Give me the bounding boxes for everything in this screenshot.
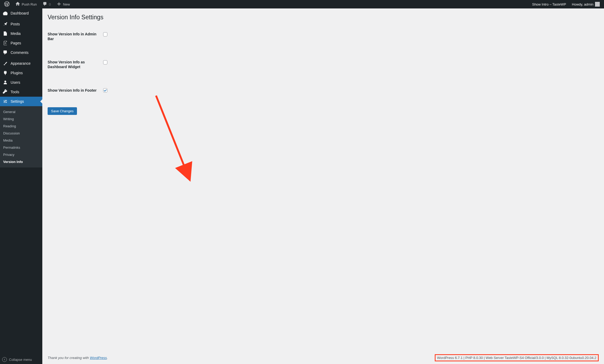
form-row-admin-bar: Show Version Info in Admin Bar bbox=[48, 28, 599, 45]
sidebar-item-tools[interactable]: Tools bbox=[0, 87, 42, 97]
wordpress-logo-icon bbox=[4, 1, 10, 7]
sidebar-item-label: Dashboard bbox=[11, 11, 29, 15]
field-label-admin-bar: Show Version Info in Admin Bar bbox=[48, 28, 100, 45]
field-label-dashboard-widget: Show Version Info as Dashboard Widget bbox=[48, 56, 100, 73]
field-input-dashboard-widget bbox=[100, 56, 110, 68]
dashboard-icon bbox=[3, 11, 8, 16]
form-row-dashboard-widget: Show Version Info as Dashboard Widget bbox=[48, 56, 599, 73]
comments-count: 0 bbox=[49, 2, 51, 6]
form-row-footer: Show Version Info in Footer bbox=[48, 84, 599, 97]
submenu-item-discussion[interactable]: Discussion bbox=[0, 130, 42, 137]
checkbox-dashboard-widget[interactable] bbox=[103, 60, 107, 64]
sidebar-item-comments[interactable]: Comments bbox=[0, 48, 42, 57]
show-intro-link[interactable]: Show Intro – TasteWP bbox=[530, 0, 568, 8]
admin-sidebar: Dashboard Posts Media Pages Comments App… bbox=[0, 8, 42, 364]
sliders-icon bbox=[3, 99, 8, 104]
footer-thank-you: Thank you for creating with WordPress. bbox=[48, 356, 108, 360]
site-name-menu[interactable]: Push Run bbox=[13, 0, 39, 8]
plug-icon bbox=[3, 70, 8, 76]
collapse-menu-button[interactable]: Collapse menu bbox=[0, 355, 42, 364]
user-icon bbox=[3, 80, 8, 85]
submenu-item-permalinks[interactable]: Permalinks bbox=[0, 144, 42, 151]
sidebar-item-label: Posts bbox=[11, 22, 20, 26]
collapse-label: Collapse menu bbox=[9, 358, 32, 362]
content-area: Version Info Settings Show Version Info … bbox=[42, 8, 604, 364]
field-label-footer: Show Version Info in Footer bbox=[48, 84, 100, 97]
new-content-menu[interactable]: New bbox=[54, 0, 72, 8]
submenu-item-reading[interactable]: Reading bbox=[0, 123, 42, 130]
page-title: Version Info Settings bbox=[48, 11, 599, 22]
settings-submenu: General Writing Reading Discussion Media… bbox=[0, 106, 42, 167]
sidebar-item-users[interactable]: Users bbox=[0, 78, 42, 87]
sidebar-item-label: Media bbox=[11, 31, 21, 36]
submenu-item-version-info[interactable]: Version Info bbox=[0, 158, 42, 165]
content-inner: Version Info Settings Show Version Info … bbox=[42, 8, 604, 352]
form-submit-row: Save Changes bbox=[48, 107, 599, 115]
sidebar-item-label: Plugins bbox=[11, 71, 23, 75]
footer-suffix: . bbox=[107, 356, 108, 360]
field-input-footer bbox=[100, 84, 110, 97]
comment-icon bbox=[43, 2, 47, 7]
plus-icon bbox=[57, 2, 61, 7]
sidebar-item-posts[interactable]: Posts bbox=[0, 19, 42, 29]
admin-bar-left: Push Run 0 New bbox=[2, 0, 72, 8]
sidebar-item-plugins[interactable]: Plugins bbox=[0, 68, 42, 78]
collapse-icon bbox=[2, 357, 7, 362]
admin-bar-right: Show Intro – TasteWP Howdy, admin bbox=[530, 0, 602, 8]
sidebar-item-settings[interactable]: Settings bbox=[0, 97, 42, 106]
admin-bar: Push Run 0 New Show Intro – TasteWP Howd… bbox=[0, 0, 604, 8]
submenu-item-writing[interactable]: Writing bbox=[0, 115, 42, 123]
new-label: New bbox=[63, 2, 70, 6]
submenu-item-general[interactable]: General bbox=[0, 108, 42, 115]
site-name-label: Push Run bbox=[22, 2, 37, 6]
submenu-item-media[interactable]: Media bbox=[0, 137, 42, 144]
brush-icon bbox=[3, 61, 8, 66]
wp-logo-menu[interactable] bbox=[2, 0, 12, 8]
wrench-icon bbox=[3, 89, 8, 95]
my-account-menu[interactable]: Howdy, admin bbox=[570, 0, 602, 8]
footer-prefix: Thank you for creating with bbox=[48, 356, 90, 360]
wordpress-link[interactable]: WordPress bbox=[90, 356, 107, 360]
show-intro-label: Show Intro – TasteWP bbox=[532, 2, 566, 6]
sidebar-item-label: Pages bbox=[11, 41, 21, 45]
sidebar-item-label: Settings bbox=[11, 99, 24, 104]
avatar-icon bbox=[595, 2, 600, 7]
footer-version-info: WordPress 6.7.1 | PHP 8.0.30 | Web Serve… bbox=[435, 354, 599, 361]
field-input-admin-bar bbox=[100, 28, 110, 40]
sidebar-item-label: Users bbox=[11, 80, 20, 85]
settings-form: Show Version Info in Admin Bar Show Vers… bbox=[48, 28, 599, 115]
comments-menu[interactable]: 0 bbox=[40, 0, 53, 8]
sidebar-item-label: Appearance bbox=[11, 61, 31, 66]
home-icon bbox=[15, 2, 20, 7]
sidebar-item-label: Comments bbox=[11, 50, 29, 55]
checkbox-admin-bar[interactable] bbox=[103, 32, 107, 36]
howdy-label: Howdy, admin bbox=[572, 2, 593, 6]
sidebar-item-appearance[interactable]: Appearance bbox=[0, 59, 42, 68]
sidebar-item-label: Tools bbox=[11, 90, 19, 94]
save-button[interactable]: Save Changes bbox=[48, 107, 77, 115]
media-icon bbox=[3, 31, 8, 36]
sidebar-item-pages[interactable]: Pages bbox=[0, 38, 42, 48]
comments-icon bbox=[3, 50, 8, 55]
sidebar-item-media[interactable]: Media bbox=[0, 29, 42, 38]
main-wrap: Dashboard Posts Media Pages Comments App… bbox=[0, 8, 604, 364]
pin-icon bbox=[3, 21, 8, 27]
page-icon bbox=[3, 40, 8, 46]
sidebar-item-dashboard[interactable]: Dashboard bbox=[0, 8, 42, 18]
checkbox-footer[interactable] bbox=[103, 88, 107, 92]
admin-footer: Thank you for creating with WordPress. W… bbox=[42, 352, 604, 364]
submenu-item-privacy[interactable]: Privacy bbox=[0, 151, 42, 158]
